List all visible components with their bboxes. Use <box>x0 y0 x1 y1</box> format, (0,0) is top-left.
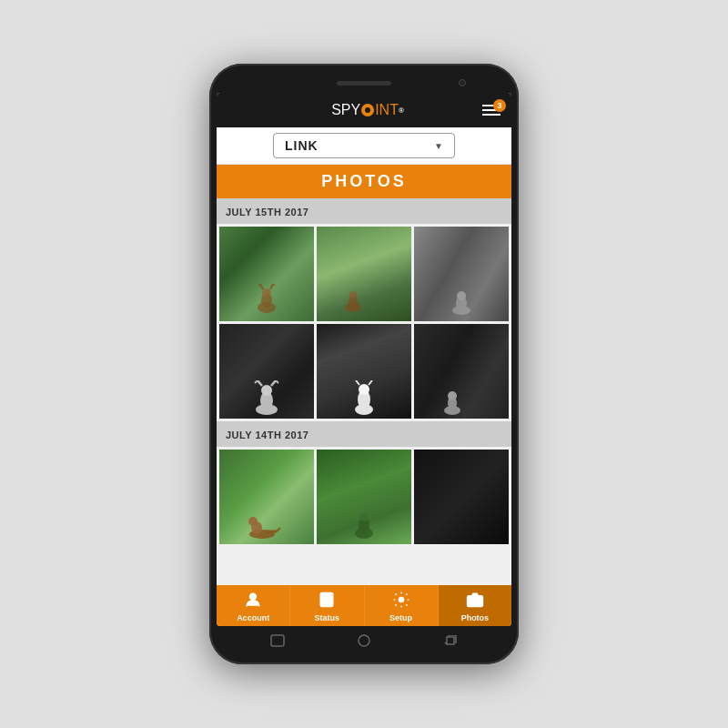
gear-icon <box>392 591 410 612</box>
svg-line-34 <box>277 528 280 531</box>
photo-july15-3[interactable] <box>414 227 509 321</box>
photo-july14-3[interactable] <box>414 450 509 544</box>
nav-item-photos[interactable]: Photos <box>439 585 511 626</box>
device-dropdown[interactable]: LINK ▼ <box>273 133 455 158</box>
photo-july15-6[interactable] <box>414 324 509 419</box>
menu-button[interactable]: 3 <box>482 105 500 116</box>
home-button[interactable] <box>355 633 373 648</box>
nav-item-account[interactable]: Account <box>217 585 290 626</box>
logo: SPY INT ® <box>253 102 482 118</box>
logo-dot-icon <box>361 104 374 116</box>
photo-grid-july15 <box>217 224 511 421</box>
nav-label-setup: Setup <box>389 613 412 622</box>
nav-label-photos: Photos <box>461 613 490 622</box>
svg-point-45 <box>472 599 478 604</box>
svg-line-3 <box>260 284 263 289</box>
logo-point-text: INT <box>375 102 399 118</box>
svg-point-47 <box>359 635 369 646</box>
date-section-july14: JULY 14TH 2017 <box>217 421 511 447</box>
page-title: PHOTOS <box>224 172 504 191</box>
svg-point-15 <box>261 385 272 396</box>
photo-july15-5[interactable] <box>317 324 411 419</box>
svg-line-6 <box>273 284 275 286</box>
page-title-bar: PHOTOS <box>217 165 511 198</box>
svg-point-2 <box>262 288 271 298</box>
bottom-navigation: Account Status <box>217 585 511 626</box>
phone-top-bar <box>217 73 511 93</box>
back-button[interactable] <box>268 633 287 648</box>
notification-badge: 3 <box>493 99 506 112</box>
date-label-july14: JULY 14TH 2017 <box>226 430 308 440</box>
nav-item-status[interactable]: Status <box>290 585 364 626</box>
photo-july14-2[interactable] <box>317 450 411 544</box>
phone-speaker <box>337 81 391 86</box>
list-icon <box>318 591 336 612</box>
dropdown-arrow-icon: ▼ <box>434 141 443 151</box>
svg-point-29 <box>448 391 457 400</box>
recent-apps-button[interactable] <box>441 633 460 648</box>
person-icon <box>244 591 262 612</box>
device-selector: LINK ▼ <box>217 127 511 165</box>
date-section-july15: JULY 15TH 2017 <box>217 198 511 224</box>
phone-frame: SPY INT ® 3 LINK ▼ PHOTOS <box>209 64 519 664</box>
logo-spy-text: SPY <box>331 102 360 118</box>
camera-icon <box>466 591 484 612</box>
svg-point-12 <box>457 291 466 300</box>
photo-july15-4[interactable] <box>219 324 314 419</box>
phone-screen: SPY INT ® 3 LINK ▼ PHOTOS <box>217 93 511 626</box>
svg-point-9 <box>349 291 357 298</box>
svg-point-32 <box>248 517 258 526</box>
svg-point-24 <box>359 384 369 395</box>
nav-label-status: Status <box>315 613 340 622</box>
photo-july15-2[interactable] <box>317 227 411 321</box>
svg-line-26 <box>369 380 372 385</box>
date-label-july15: JULY 15TH 2017 <box>226 207 308 217</box>
photo-grid-july14 <box>217 447 511 547</box>
phone-bottom-bar <box>217 626 511 655</box>
app-header: SPY INT ® 3 <box>217 93 511 127</box>
photo-july15-1[interactable] <box>219 227 314 321</box>
svg-point-37 <box>359 512 369 521</box>
logo-trademark: ® <box>399 106 404 115</box>
front-camera <box>459 79 466 86</box>
nav-item-setup[interactable]: Setup <box>365 585 439 626</box>
svg-rect-46 <box>271 635 284 646</box>
photo-july14-1[interactable] <box>219 450 314 544</box>
nav-label-account: Account <box>237 613 269 622</box>
selected-device-label: LINK <box>285 138 318 153</box>
svg-line-4 <box>270 284 273 289</box>
svg-point-38 <box>250 593 257 600</box>
photos-content[interactable]: JULY 15TH 2017 <box>217 198 511 585</box>
svg-line-25 <box>356 380 359 385</box>
svg-line-5 <box>258 284 260 286</box>
svg-point-43 <box>399 598 403 602</box>
